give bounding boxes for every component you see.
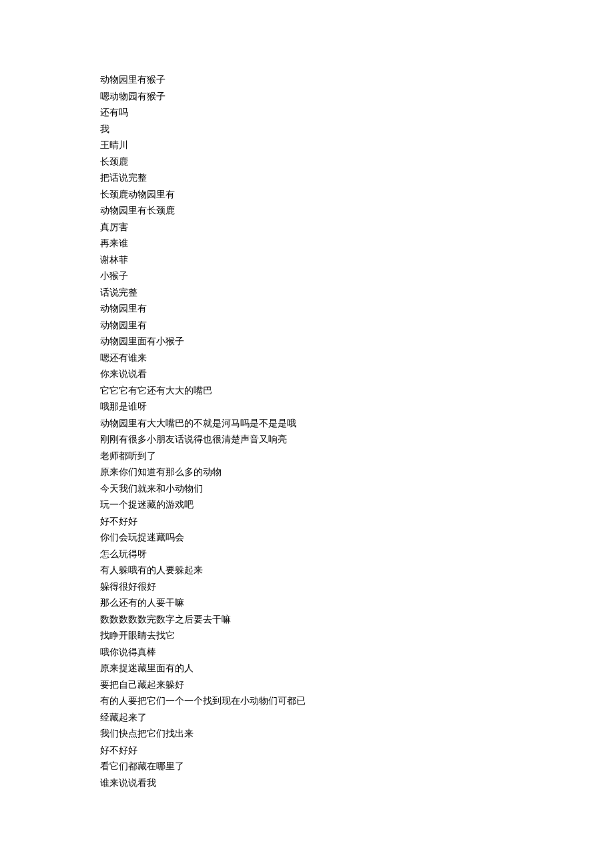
document-content: 动物园里有猴子嗯动物园有猴子还有吗我王晴川长颈鹿把话说完整长颈鹿动物园里有动物园… bbox=[100, 72, 614, 791]
text-line: 嗯动物园有猴子 bbox=[100, 89, 614, 105]
text-line: 数数数数数完数字之后要去干嘛 bbox=[100, 612, 614, 628]
text-line: 还有吗 bbox=[100, 105, 614, 121]
document-page: 动物园里有猴子嗯动物园有猴子还有吗我王晴川长颈鹿把话说完整长颈鹿动物园里有动物园… bbox=[0, 0, 614, 868]
text-line: 王晴川 bbox=[100, 137, 614, 154]
text-line: 有人躲哦有的人要躲起来 bbox=[100, 562, 614, 579]
text-line: 老师都听到了 bbox=[100, 448, 614, 465]
text-line: 长颈鹿动物园里有 bbox=[100, 187, 614, 203]
text-line: 把话说完整 bbox=[100, 170, 614, 187]
text-line: 那么还有的人要干嘛 bbox=[100, 595, 614, 612]
text-line: 刚刚有很多小朋友话说得也很清楚声音又响亮 bbox=[100, 432, 614, 448]
text-line: 话说完整 bbox=[100, 285, 614, 302]
text-line: 好不好好 bbox=[100, 743, 614, 759]
text-line: 哦那是谁呀 bbox=[100, 399, 614, 416]
text-line: 谢林菲 bbox=[100, 252, 614, 269]
text-line: 长颈鹿 bbox=[100, 154, 614, 171]
text-line: 要把自己藏起来躲好 bbox=[100, 677, 614, 694]
text-line: 我 bbox=[100, 121, 614, 138]
text-line: 原来你们知道有那么多的动物 bbox=[100, 464, 614, 481]
text-line: 动物园里有 bbox=[100, 318, 614, 334]
text-line: 怎么玩得呀 bbox=[100, 546, 614, 563]
text-line: 找睁开眼睛去找它 bbox=[100, 628, 614, 644]
text-line: 看它们都藏在哪里了 bbox=[100, 759, 614, 775]
text-line: 嗯还有谁来 bbox=[100, 350, 614, 367]
text-line: 原来捉迷藏里面有的人 bbox=[100, 661, 614, 677]
text-line: 真厉害 bbox=[100, 220, 614, 236]
text-line: 哦你说得真棒 bbox=[100, 644, 614, 661]
text-line: 玩一个捉迷藏的游戏吧 bbox=[100, 497, 614, 514]
text-line: 它它它有它还有大大的嘴巴 bbox=[100, 383, 614, 400]
text-line: 经藏起来了 bbox=[100, 710, 614, 727]
text-line: 小猴子 bbox=[100, 268, 614, 285]
text-line: 有的人要把它们一个一个找到现在小动物们可都已 bbox=[100, 693, 614, 710]
text-line: 躲得很好很好 bbox=[100, 579, 614, 596]
text-line: 动物园里面有小猴子 bbox=[100, 334, 614, 350]
text-line: 你来说说看 bbox=[100, 366, 614, 383]
text-line: 好不好好 bbox=[100, 514, 614, 530]
text-line: 动物园里有 bbox=[100, 301, 614, 318]
text-line: 动物园里有大大嘴巴的不就是河马吗是不是是哦 bbox=[100, 416, 614, 432]
text-line: 你们会玩捉迷藏吗会 bbox=[100, 530, 614, 546]
text-line: 动物园里有长颈鹿 bbox=[100, 203, 614, 220]
text-line: 再来谁 bbox=[100, 236, 614, 252]
text-line: 谁来说说看我 bbox=[100, 775, 614, 792]
text-line: 我们快点把它们找出来 bbox=[100, 726, 614, 743]
text-line: 动物园里有猴子 bbox=[100, 72, 614, 89]
text-line: 今天我们就来和小动物们 bbox=[100, 481, 614, 498]
